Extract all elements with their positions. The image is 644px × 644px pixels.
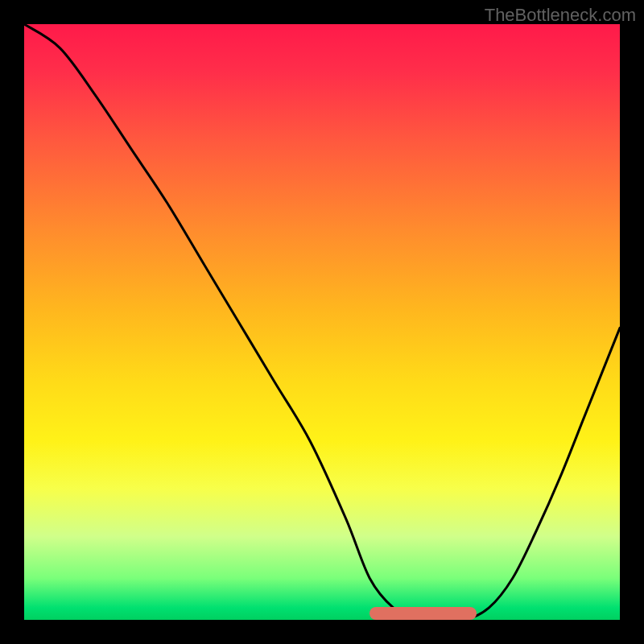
watermark-text: TheBottleneck.com — [485, 5, 636, 26]
optimal-range-marker — [369, 607, 477, 620]
bottleneck-curve — [24, 24, 620, 620]
curve-svg — [24, 24, 620, 620]
chart-container: TheBottleneck.com — [0, 0, 644, 644]
plot-area — [24, 24, 620, 620]
